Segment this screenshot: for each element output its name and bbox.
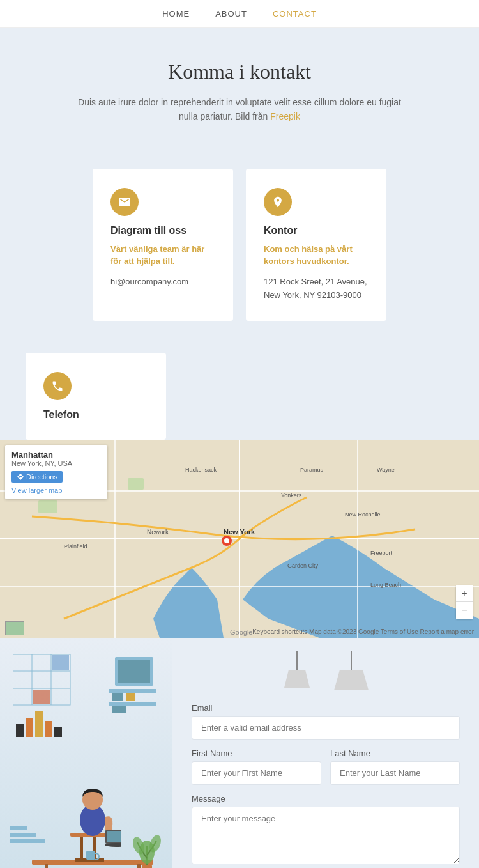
office-card-title: Kontor xyxy=(264,225,369,236)
nav-contact[interactable]: CONTACT xyxy=(273,9,317,19)
phone-card: Telefon xyxy=(26,353,166,440)
phone-card-title: Telefon xyxy=(43,409,148,421)
form-section: Email First Name Last Name Message RESER… xyxy=(0,638,479,868)
svg-rect-35 xyxy=(45,721,52,737)
svg-rect-53 xyxy=(86,851,95,860)
svg-text:Yonkers: Yonkers xyxy=(281,492,302,499)
message-form-group: Message xyxy=(192,794,460,867)
svg-rect-30 xyxy=(52,655,69,670)
office-card: Kontor Kom och hälsa på vårt kontors huv… xyxy=(246,169,386,322)
lamp-left xyxy=(281,651,313,690)
desk-leg-left xyxy=(45,864,48,868)
directions-button[interactable]: Directions xyxy=(11,471,63,483)
blocks-decoration xyxy=(10,823,48,852)
svg-marker-63 xyxy=(334,670,369,690)
form-illustration xyxy=(0,638,172,868)
office-card-info: 121 Rock Sreet, 21 Avenue, New York, NY … xyxy=(264,275,369,302)
svg-text:Newark: Newark xyxy=(147,529,169,536)
svg-text:Long Beach: Long Beach xyxy=(370,582,401,588)
email-card: Diagram till oss Vårt vänliga team är hä… xyxy=(93,169,233,322)
phone-map-section: Telefon xyxy=(0,353,479,440)
last-name-input[interactable] xyxy=(330,761,460,785)
email-card-info: hi@ourcompany.com xyxy=(110,275,215,289)
svg-text:Google: Google xyxy=(230,628,252,636)
email-form-group: Email xyxy=(192,703,460,740)
svg-rect-40 xyxy=(109,702,156,706)
cards-section: Diagram till oss Vårt vänliga team är hä… xyxy=(0,150,479,353)
svg-rect-36 xyxy=(54,727,62,737)
svg-rect-51 xyxy=(107,831,121,842)
larger-map-link[interactable]: View larger map xyxy=(11,486,101,494)
last-name-label: Last Name xyxy=(330,748,460,758)
map-thumbnail xyxy=(5,621,24,635)
svg-rect-59 xyxy=(10,826,27,830)
name-form-row: First Name Last Name xyxy=(192,748,460,794)
map-container[interactable]: New York Newark Manhattan Yonkers New Ro… xyxy=(0,440,479,638)
first-name-label: First Name xyxy=(192,748,321,758)
svg-rect-24 xyxy=(128,478,144,490)
svg-text:Wayne: Wayne xyxy=(377,467,395,473)
hero-section: Komma i kontakt Duis aute irure dolor in… xyxy=(0,28,479,150)
svg-rect-43 xyxy=(112,706,126,713)
svg-rect-34 xyxy=(35,711,43,737)
email-input[interactable] xyxy=(192,716,460,740)
svg-rect-58 xyxy=(10,839,45,843)
plant-decoration xyxy=(131,826,163,868)
email-card-tagline: Vårt vänliga team är här för att hjälpa … xyxy=(110,243,215,268)
svg-rect-42 xyxy=(126,693,135,701)
lamp-decoration xyxy=(192,638,460,703)
office-card-tagline: Kom och hälsa på vårt kontors huvudkonto… xyxy=(264,243,369,268)
map-info-overlay: Manhattan New York, NY, USA Directions V… xyxy=(5,445,107,499)
nav-about[interactable]: ABOUT xyxy=(215,9,247,19)
freepik-link-hero[interactable]: Freepik xyxy=(270,111,300,121)
svg-text:New York: New York xyxy=(224,528,255,536)
svg-rect-38 xyxy=(118,660,150,683)
svg-text:New Rochelle: New Rochelle xyxy=(345,511,381,518)
lamp-shade-right xyxy=(332,670,370,690)
lamp-cord-left xyxy=(296,651,298,670)
phone-icon xyxy=(43,372,72,400)
email-icon xyxy=(110,188,139,216)
shelf-decoration xyxy=(109,657,160,727)
svg-rect-39 xyxy=(109,689,156,693)
nav-home[interactable]: HOME xyxy=(162,9,190,19)
navigation: HOME ABOUT CONTACT xyxy=(0,0,479,28)
svg-rect-31 xyxy=(33,690,50,704)
svg-rect-32 xyxy=(16,724,24,737)
email-card-title: Diagram till oss xyxy=(110,225,215,236)
message-label: Message xyxy=(192,794,460,803)
svg-rect-41 xyxy=(112,693,123,701)
location-icon xyxy=(264,188,292,216)
page-title: Komma i kontakt xyxy=(77,60,402,84)
first-name-form-group: First Name xyxy=(192,748,321,785)
last-name-form-group: Last Name xyxy=(330,748,460,785)
svg-rect-33 xyxy=(26,718,33,737)
email-label: Email xyxy=(192,703,460,713)
lamp-cord-right xyxy=(351,651,352,670)
zoom-out-button[interactable]: − xyxy=(456,602,473,619)
svg-text:Paramus: Paramus xyxy=(300,467,324,473)
person-illustration xyxy=(57,782,121,865)
hero-description: Duis aute irure dolor in reprehenderit i… xyxy=(77,95,402,124)
svg-text:Plainfield: Plainfield xyxy=(64,543,87,550)
svg-rect-54 xyxy=(142,865,152,868)
grid-decoration xyxy=(13,654,77,711)
lamp-right xyxy=(332,651,370,690)
bar-chart-decoration xyxy=(16,705,67,737)
svg-text:Hackensack: Hackensack xyxy=(185,467,217,473)
zoom-in-button[interactable]: + xyxy=(456,585,473,602)
map-footer: Keyboard shortcuts Map data ©2023 Google… xyxy=(252,628,474,635)
contact-form-container: Email First Name Last Name Message RESER… xyxy=(172,638,479,868)
first-name-input[interactable] xyxy=(192,761,321,785)
svg-text:Garden City: Garden City xyxy=(287,562,319,569)
map-zoom-controls: + − xyxy=(456,585,473,619)
map-place-name: Manhattan xyxy=(11,450,101,460)
svg-point-21 xyxy=(224,538,229,543)
lamp-shade-left xyxy=(281,670,313,688)
svg-text:Freeport: Freeport xyxy=(370,550,393,556)
svg-rect-23 xyxy=(38,500,57,513)
svg-rect-60 xyxy=(10,833,36,837)
svg-marker-61 xyxy=(284,670,310,688)
message-textarea[interactable] xyxy=(192,807,460,864)
map-place-sub: New York, NY, USA xyxy=(11,460,101,467)
